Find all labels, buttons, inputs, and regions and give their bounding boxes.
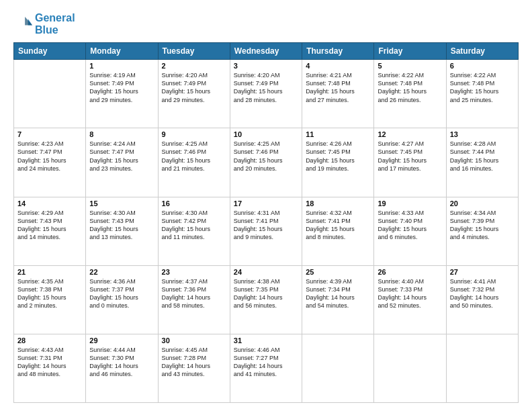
day-number: 13 <box>450 130 515 138</box>
cell-info: Sunrise: 4:22 AM Sunset: 7:48 PM Dayligh… <box>450 71 515 104</box>
cell-info: Sunrise: 4:26 AM Sunset: 7:45 PM Dayligh… <box>306 140 370 173</box>
cell-info: Sunrise: 4:20 AM Sunset: 7:49 PM Dayligh… <box>234 71 298 104</box>
logo-text-line2: Blue <box>35 24 75 36</box>
day-number: 18 <box>306 199 370 208</box>
cell-info: Sunrise: 4:24 AM Sunset: 7:47 PM Dayligh… <box>89 140 154 173</box>
calendar-cell: 3Sunrise: 4:20 AM Sunset: 7:49 PM Daylig… <box>230 60 302 128</box>
day-number: 25 <box>306 268 370 276</box>
calendar-cell <box>446 334 518 402</box>
logo-icon <box>13 15 32 34</box>
cell-info: Sunrise: 4:25 AM Sunset: 7:46 PM Dayligh… <box>162 140 226 173</box>
calendar-cell: 22Sunrise: 4:36 AM Sunset: 7:37 PM Dayli… <box>86 265 158 334</box>
week-row-1: 1Sunrise: 4:19 AM Sunset: 7:49 PM Daylig… <box>14 60 519 128</box>
day-number: 15 <box>89 199 154 208</box>
page: General Blue SundayMondayTuesdayWednesda… <box>0 0 532 411</box>
day-number: 16 <box>162 199 226 208</box>
day-header-wednesday: Wednesday <box>230 43 302 60</box>
calendar-cell: 23Sunrise: 4:37 AM Sunset: 7:36 PM Dayli… <box>158 265 230 334</box>
day-number: 5 <box>378 62 442 70</box>
calendar-cell <box>302 334 374 402</box>
calendar-cell: 13Sunrise: 4:28 AM Sunset: 7:44 PM Dayli… <box>446 128 518 197</box>
day-header-thursday: Thursday <box>302 43 374 60</box>
day-number: 3 <box>234 62 298 70</box>
week-row-4: 21Sunrise: 4:35 AM Sunset: 7:38 PM Dayli… <box>14 265 519 334</box>
logo: General Blue <box>13 12 75 36</box>
week-row-3: 14Sunrise: 4:29 AM Sunset: 7:43 PM Dayli… <box>14 197 519 265</box>
logo-text-line1: General <box>35 12 75 24</box>
week-row-2: 7Sunrise: 4:23 AM Sunset: 7:47 PM Daylig… <box>14 128 519 197</box>
cell-info: Sunrise: 4:35 AM Sunset: 7:38 PM Dayligh… <box>17 277 82 310</box>
cell-info: Sunrise: 4:30 AM Sunset: 7:42 PM Dayligh… <box>162 209 226 242</box>
cell-info: Sunrise: 4:39 AM Sunset: 7:34 PM Dayligh… <box>306 277 370 310</box>
header-row: SundayMondayTuesdayWednesdayThursdayFrid… <box>14 43 519 60</box>
calendar-cell: 29Sunrise: 4:44 AM Sunset: 7:30 PM Dayli… <box>86 334 158 402</box>
calendar-cell: 21Sunrise: 4:35 AM Sunset: 7:38 PM Dayli… <box>14 265 86 334</box>
calendar-cell: 12Sunrise: 4:27 AM Sunset: 7:45 PM Dayli… <box>374 128 446 197</box>
cell-info: Sunrise: 4:28 AM Sunset: 7:44 PM Dayligh… <box>450 140 515 173</box>
day-number: 30 <box>162 336 226 345</box>
calendar-cell: 14Sunrise: 4:29 AM Sunset: 7:43 PM Dayli… <box>14 197 86 265</box>
cell-info: Sunrise: 4:45 AM Sunset: 7:28 PM Dayligh… <box>162 346 226 379</box>
cell-info: Sunrise: 4:19 AM Sunset: 7:49 PM Dayligh… <box>89 71 154 104</box>
calendar-cell: 16Sunrise: 4:30 AM Sunset: 7:42 PM Dayli… <box>158 197 230 265</box>
day-number: 10 <box>234 130 298 138</box>
day-number: 22 <box>89 268 154 276</box>
day-header-saturday: Saturday <box>446 43 518 60</box>
day-number: 9 <box>162 130 226 138</box>
day-number: 8 <box>89 130 154 138</box>
calendar-cell: 2Sunrise: 4:20 AM Sunset: 7:49 PM Daylig… <box>158 60 230 128</box>
calendar-cell: 9Sunrise: 4:25 AM Sunset: 7:46 PM Daylig… <box>158 128 230 197</box>
calendar-cell: 6Sunrise: 4:22 AM Sunset: 7:48 PM Daylig… <box>446 60 518 128</box>
cell-info: Sunrise: 4:43 AM Sunset: 7:31 PM Dayligh… <box>17 346 82 379</box>
day-number: 29 <box>89 336 154 345</box>
calendar-cell: 7Sunrise: 4:23 AM Sunset: 7:47 PM Daylig… <box>14 128 86 197</box>
cell-info: Sunrise: 4:40 AM Sunset: 7:33 PM Dayligh… <box>378 277 442 310</box>
calendar-cell: 24Sunrise: 4:38 AM Sunset: 7:35 PM Dayli… <box>230 265 302 334</box>
day-number: 6 <box>450 62 515 70</box>
calendar-cell: 30Sunrise: 4:45 AM Sunset: 7:28 PM Dayli… <box>158 334 230 402</box>
calendar-cell: 15Sunrise: 4:30 AM Sunset: 7:43 PM Dayli… <box>86 197 158 265</box>
cell-info: Sunrise: 4:37 AM Sunset: 7:36 PM Dayligh… <box>162 277 226 310</box>
day-number: 20 <box>450 199 515 208</box>
day-header-tuesday: Tuesday <box>158 43 230 60</box>
cell-info: Sunrise: 4:32 AM Sunset: 7:41 PM Dayligh… <box>306 209 370 242</box>
calendar-cell: 19Sunrise: 4:33 AM Sunset: 7:40 PM Dayli… <box>374 197 446 265</box>
calendar-cell <box>374 334 446 402</box>
day-number: 17 <box>234 199 298 208</box>
cell-info: Sunrise: 4:34 AM Sunset: 7:39 PM Dayligh… <box>450 209 515 242</box>
day-number: 23 <box>162 268 226 276</box>
day-number: 19 <box>378 199 442 208</box>
cell-info: Sunrise: 4:44 AM Sunset: 7:30 PM Dayligh… <box>89 346 154 379</box>
calendar-cell: 4Sunrise: 4:21 AM Sunset: 7:48 PM Daylig… <box>302 60 374 128</box>
day-number: 26 <box>378 268 442 276</box>
cell-info: Sunrise: 4:31 AM Sunset: 7:41 PM Dayligh… <box>234 209 298 242</box>
cell-info: Sunrise: 4:38 AM Sunset: 7:35 PM Dayligh… <box>234 277 298 310</box>
day-number: 4 <box>306 62 370 70</box>
calendar-cell: 1Sunrise: 4:19 AM Sunset: 7:49 PM Daylig… <box>86 60 158 128</box>
day-number: 7 <box>17 130 82 138</box>
day-number: 31 <box>234 336 298 345</box>
calendar-cell: 27Sunrise: 4:41 AM Sunset: 7:32 PM Dayli… <box>446 265 518 334</box>
day-header-friday: Friday <box>374 43 446 60</box>
day-number: 14 <box>17 199 82 208</box>
day-number: 24 <box>234 268 298 276</box>
cell-info: Sunrise: 4:23 AM Sunset: 7:47 PM Dayligh… <box>17 140 82 173</box>
calendar-cell: 5Sunrise: 4:22 AM Sunset: 7:48 PM Daylig… <box>374 60 446 128</box>
calendar-cell: 10Sunrise: 4:25 AM Sunset: 7:46 PM Dayli… <box>230 128 302 197</box>
day-number: 2 <box>162 62 226 70</box>
day-header-sunday: Sunday <box>14 43 86 60</box>
cell-info: Sunrise: 4:21 AM Sunset: 7:48 PM Dayligh… <box>306 71 370 104</box>
day-number: 28 <box>17 336 82 345</box>
cell-info: Sunrise: 4:29 AM Sunset: 7:43 PM Dayligh… <box>17 209 82 242</box>
calendar-cell: 11Sunrise: 4:26 AM Sunset: 7:45 PM Dayli… <box>302 128 374 197</box>
cell-info: Sunrise: 4:20 AM Sunset: 7:49 PM Dayligh… <box>162 71 226 104</box>
day-number: 11 <box>306 130 370 138</box>
cell-info: Sunrise: 4:27 AM Sunset: 7:45 PM Dayligh… <box>378 140 442 173</box>
calendar-cell: 25Sunrise: 4:39 AM Sunset: 7:34 PM Dayli… <box>302 265 374 334</box>
calendar-table: SundayMondayTuesdayWednesdayThursdayFrid… <box>13 42 519 403</box>
header: General Blue <box>13 12 519 36</box>
cell-info: Sunrise: 4:22 AM Sunset: 7:48 PM Dayligh… <box>378 71 442 104</box>
cell-info: Sunrise: 4:36 AM Sunset: 7:37 PM Dayligh… <box>89 277 154 310</box>
day-number: 27 <box>450 268 515 276</box>
week-row-5: 28Sunrise: 4:43 AM Sunset: 7:31 PM Dayli… <box>14 334 519 402</box>
